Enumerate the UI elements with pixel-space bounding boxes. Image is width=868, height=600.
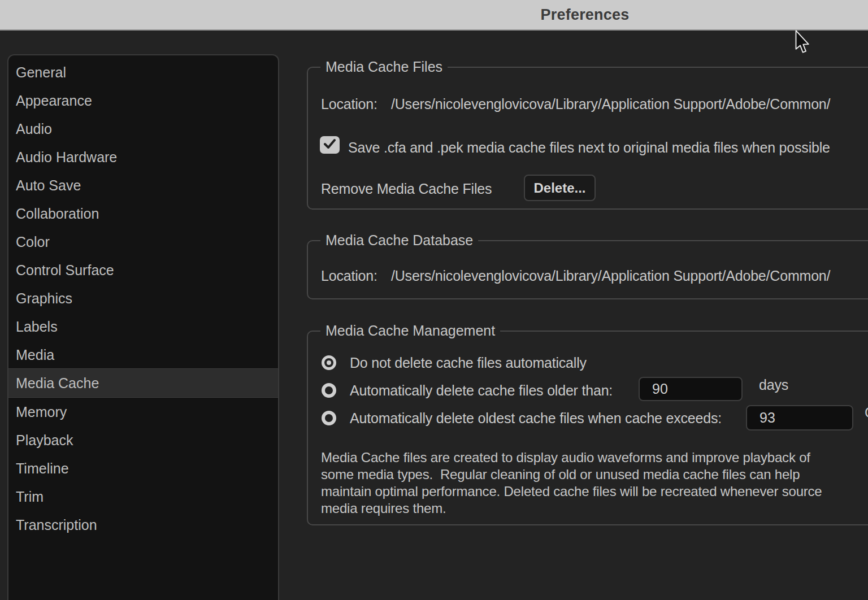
mouse-cursor-icon — [793, 30, 810, 54]
media-cache-database-legend: Media Cache Database — [320, 232, 478, 249]
files-location-label: Location: — [321, 95, 377, 112]
media-cache-files-legend: Media Cache Files — [320, 59, 448, 75]
sidebar-item-media[interactable]: Media — [8, 341, 278, 369]
description-line: Media Cache files are created to display… — [321, 449, 822, 466]
sidebar-item-media-cache[interactable]: Media Cache — [8, 368, 278, 398]
radio-delete-when-exceeds[interactable] — [322, 411, 336, 425]
dialog-titlebar: Preferences — [0, 0, 868, 31]
database-location-label: Location: — [321, 267, 377, 284]
gb-input[interactable] — [746, 405, 853, 431]
gb-unit-label: GB — [865, 404, 868, 421]
media-cache-management-group: Media Cache Management Do not delete cac… — [307, 331, 868, 525]
sidebar-item-memory[interactable]: Memory — [8, 398, 278, 426]
radio-do-not-delete-label: Do not delete cache files automatically — [350, 354, 587, 371]
save-cfa-pek-label: Save .cfa and .pek media cache files nex… — [348, 139, 830, 156]
sidebar-item-trim[interactable]: Trim — [8, 482, 278, 511]
sidebar-item-appearance[interactable]: Appearance — [8, 86, 278, 115]
days-unit-label: days — [759, 376, 788, 393]
sidebar-list: General Appearance Audio Audio Hardware … — [8, 55, 278, 539]
sidebar-item-auto-save[interactable]: Auto Save — [8, 171, 278, 199]
description-line: some media types. Regular cleaning of ol… — [321, 466, 822, 483]
days-input[interactable] — [639, 377, 743, 401]
dialog-title: Preferences — [541, 6, 630, 24]
radio-delete-older-than[interactable] — [322, 383, 336, 398]
sidebar-item-labels[interactable]: Labels — [8, 312, 278, 341]
database-location-value: /Users/nicolevenglovicova/Library/Applic… — [391, 267, 830, 284]
save-cfa-pek-checkbox[interactable] — [320, 136, 340, 154]
sidebar-item-control-surface[interactable]: Control Surface — [8, 256, 278, 284]
media-cache-files-group: Media Cache Files Location: /Users/nicol… — [307, 67, 868, 210]
sidebar-item-color[interactable]: Color — [8, 228, 278, 256]
delete-button[interactable]: Delete... — [524, 175, 596, 201]
files-location-value: /Users/nicolevenglovicova/Library/Applic… — [391, 95, 830, 112]
radio-do-not-delete[interactable] — [322, 355, 336, 370]
checkmark-icon — [323, 138, 336, 151]
sidebar-item-general[interactable]: General — [8, 58, 278, 86]
sidebar-item-playback[interactable]: Playback — [8, 426, 278, 454]
media-cache-database-group: Media Cache Database Location: /Users/ni… — [307, 240, 868, 299]
media-cache-management-legend: Media Cache Management — [320, 323, 500, 339]
media-cache-description: Media Cache files are created to display… — [321, 449, 822, 517]
sidebar-item-transcription[interactable]: Transcription — [8, 511, 278, 539]
sidebar-item-audio-hardware[interactable]: Audio Hardware — [8, 143, 278, 171]
sidebar-item-collaboration[interactable]: Collaboration — [8, 199, 278, 228]
sidebar-item-timeline[interactable]: Timeline — [8, 454, 278, 482]
description-line: media requires them. — [321, 500, 822, 517]
radio-delete-when-exceeds-label: Automatically delete oldest cache files … — [350, 410, 722, 427]
preferences-sidebar: General Appearance Audio Audio Hardware … — [7, 54, 279, 600]
sidebar-item-audio[interactable]: Audio — [8, 115, 278, 143]
remove-media-cache-label: Remove Media Cache Files — [321, 180, 492, 197]
sidebar-item-graphics[interactable]: Graphics — [8, 284, 278, 312]
description-line: maintain optimal performance. Deleted ca… — [321, 483, 822, 500]
radio-delete-older-than-label: Automatically delete cache files older t… — [350, 382, 613, 399]
